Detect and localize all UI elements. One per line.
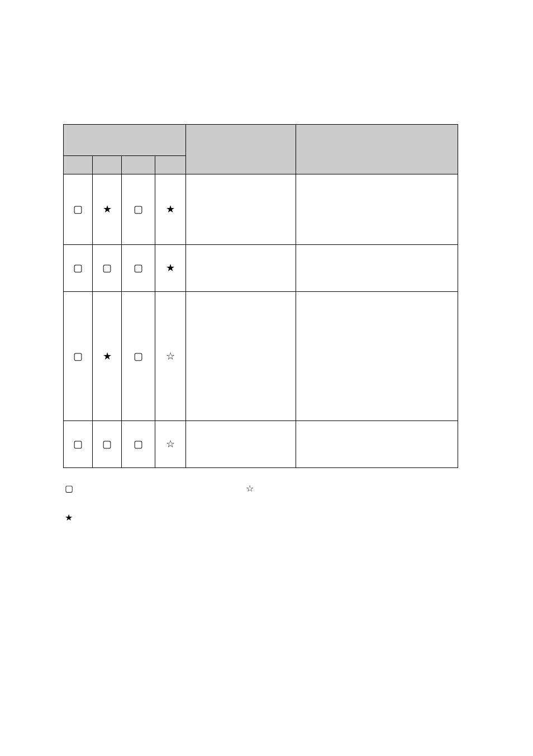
cell-r3-c4: ☆ xyxy=(155,292,186,421)
cell-r4-c3: ▢ xyxy=(122,421,155,468)
cell-r1-c3: ▢ xyxy=(122,174,155,245)
cell-r4-c5 xyxy=(186,421,296,468)
cell-r3-c1: ▢ xyxy=(64,292,93,421)
main-table: ▢ ★ ▢ ★ ▢ ▢ ▢ ★ ▢ ★ ▢ ☆ ▢ ▢ xyxy=(63,124,458,468)
star-outline-icon: ☆ xyxy=(244,483,255,494)
cell-r4-c1: ▢ xyxy=(64,421,93,468)
box-icon: ▢ xyxy=(134,263,143,273)
page: ▢ ★ ▢ ★ ▢ ▢ ▢ ★ ▢ ★ ▢ ☆ ▢ ▢ xyxy=(0,0,533,756)
box-icon: ▢ xyxy=(134,351,143,361)
cell-r2-c2: ▢ xyxy=(93,245,122,292)
box-icon: ▢ xyxy=(73,204,83,214)
cell-r1-c1: ▢ xyxy=(64,174,93,245)
header-col-2 xyxy=(93,156,122,174)
box-icon: ▢ xyxy=(134,439,143,449)
box-icon: ▢ xyxy=(73,351,83,361)
cell-r1-c5 xyxy=(186,174,296,245)
header-col-5 xyxy=(186,125,296,174)
box-icon: ▢ xyxy=(63,483,74,494)
star-outline-icon: ☆ xyxy=(166,351,175,361)
star-filled-icon: ★ xyxy=(103,204,112,214)
header-col-1 xyxy=(64,156,93,174)
table-row: ▢ ▢ ▢ ☆ xyxy=(64,421,458,468)
box-icon: ▢ xyxy=(73,263,83,273)
star-filled-icon: ★ xyxy=(63,512,74,523)
cell-r4-c2: ▢ xyxy=(93,421,122,468)
cell-r2-c6 xyxy=(296,245,458,292)
cell-r4-c4: ☆ xyxy=(155,421,186,468)
table-row: ▢ ★ ▢ ★ xyxy=(64,174,458,245)
header-top-left-group xyxy=(64,125,186,156)
cell-r1-c4: ★ xyxy=(155,174,186,245)
box-icon: ▢ xyxy=(73,439,83,449)
table-row: ▢ ★ ▢ ☆ xyxy=(64,292,458,421)
star-outline-icon: ☆ xyxy=(166,439,175,449)
legend-line-1: ▢ ☆ xyxy=(63,483,255,494)
table-row: ▢ ▢ ▢ ★ xyxy=(64,245,458,292)
cell-r3-c3: ▢ xyxy=(122,292,155,421)
header-col-6 xyxy=(296,125,458,174)
table-header-row-1 xyxy=(64,125,458,156)
cell-r1-c2: ★ xyxy=(93,174,122,245)
cell-r2-c5 xyxy=(186,245,296,292)
star-filled-icon: ★ xyxy=(166,204,175,214)
cell-r2-c3: ▢ xyxy=(122,245,155,292)
cell-r3-c2: ★ xyxy=(93,292,122,421)
header-col-4 xyxy=(155,156,186,174)
star-filled-icon: ★ xyxy=(166,263,175,273)
cell-r1-c6 xyxy=(296,174,458,245)
legend-line-2: ★ xyxy=(63,512,74,523)
cell-r2-c1: ▢ xyxy=(64,245,93,292)
header-col-3 xyxy=(122,156,155,174)
box-icon: ▢ xyxy=(102,439,112,449)
cell-r2-c4: ★ xyxy=(155,245,186,292)
box-icon: ▢ xyxy=(102,263,112,273)
cell-r3-c5 xyxy=(186,292,296,421)
cell-r4-c6 xyxy=(296,421,458,468)
cell-r3-c6 xyxy=(296,292,458,421)
box-icon: ▢ xyxy=(134,204,143,214)
star-filled-icon: ★ xyxy=(103,351,112,361)
